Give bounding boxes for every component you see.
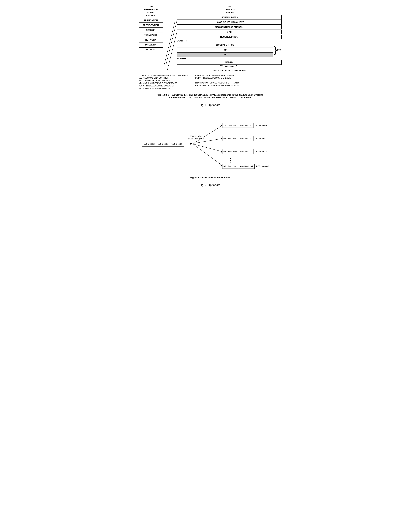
mdi-label: MDI [177,57,181,60]
cgmii-row: CGMII [177,40,282,42]
svg-text:PCS Lane 0: PCS Lane 0 [255,124,267,127]
fig2-title-text: Fig. 2 [199,184,206,187]
fig2-title: Fig. 2 (prior art) [199,182,221,187]
osi-layer-presentation: PRESENTATION [139,23,163,28]
diagonal-area [163,5,177,72]
lan-pma: PMA [177,48,273,52]
osi-column: OSI REFERENCE MODEL LAYERS APPLICATION P… [139,5,163,72]
osi-layers: APPLICATION PRESENTATION SESSION TRANSPO… [139,18,163,52]
osi-layer-application: APPLICATION [139,18,163,23]
svg-line-15 [194,125,222,143]
svg-text:66b Block n-1: 66b Block n-1 [240,165,253,168]
abbrev-er: ER = PMD FOR SINGLE-MODE FIBER — 40 km [195,84,239,87]
svg-text:66b Block 2n-1: 66b Block 2n-1 [223,165,237,168]
phy-brace-group: } PHY [273,43,281,57]
lan-reconciliation: RECONCILIATION [177,35,282,39]
cgmii-arrow [184,41,188,41]
svg-line-1 [166,20,177,66]
svg-marker-20 [221,151,222,153]
lan-header: LAN CSMA/CD LAYERS [177,5,282,14]
svg-text:66b Block n+2: 66b Block n+2 [223,150,237,153]
lan-pcs: 100GBASE-R PCS [177,43,273,47]
svg-text:PCS Lane n-1: PCS Lane n-1 [256,165,269,168]
svg-line-2 [167,32,177,70]
fig1-diagram: OSI REFERENCE MODEL LAYERS APPLICATION P… [139,5,282,72]
svg-line-19 [194,144,222,152]
lan-medium: MEDIUM [177,60,282,65]
svg-text:66b Block n: 66b Block n [225,124,235,127]
fig1-subtitle: (prior art) [209,103,221,107]
svg-text:Round Robin: Round Robin [190,135,202,137]
svg-text:66b Block 2: 66b Block 2 [240,150,251,153]
svg-point-39 [230,158,231,159]
svg-text:66b Block 0: 66b Block 0 [171,143,182,145]
svg-text:66b Block 0: 66b Block 0 [240,124,251,127]
mdi-row: MDI [177,57,282,60]
osi-layer-physical: PHYSICAL [139,47,163,52]
svg-text:66b Block n+1: 66b Block n+1 [223,137,237,140]
fig2-caption: Figure 82–6—PCS Block distribution [190,176,230,179]
lan-higher-layers: HIGHER LAYERS [177,15,282,20]
figure2: 66b Block 2 66b Block 1 66b Block 0 Roun… [139,114,282,192]
svg-point-40 [230,160,231,161]
abbrev-cgmii: CGMII = 100 Gb/s MEDIA INDEPENDENT INTER… [139,74,188,76]
osi-header: OSI REFERENCE MODEL LAYERS [139,5,163,17]
svg-text:66b Block 1: 66b Block 1 [240,137,251,140]
abbrev-right: PMA = PHYSICAL MEDIUM ATTACHMENT PMD = P… [195,74,239,89]
lan-layers: HIGHER LAYERS LLC OR OTHER MAC CLIENT MA… [177,15,282,39]
abbrev-lr: LR = PMD FOR SINGLE-MODE FIBER — 10 km [195,82,239,84]
mdi-arrow [181,58,186,59]
abbrev-pmd: PMD = PHYSICAL MEDIUM DEPENDENT [195,77,239,79]
svg-line-0 [164,20,175,66]
fig2-svg: 66b Block 2 66b Block 1 66b Block 0 Roun… [139,114,282,173]
abbrev-mac: MAC = MEDIA ACCESS CONTROL [139,79,188,82]
abbrev-pma: PMA = PHYSICAL MEDIUM ATTACHMENT [195,74,239,76]
svg-text:66b Block 1: 66b Block 1 [157,143,168,145]
svg-point-41 [230,162,231,163]
abbrev-spacer [195,79,239,81]
phy-inner: 100GBASE-R PCS PMA PMD [177,43,273,57]
fig1-caption: Figure 88–1—100GBASE-LR4 and 100GBASE-ER… [151,94,269,99]
abbreviations: CGMII = 100 Gb/s MEDIA INDEPENDENT INTER… [139,74,282,89]
abbrev-left: CGMII = 100 Gb/s MEDIA INDEPENDENT INTER… [139,74,188,89]
phy-label: PHY [277,49,282,51]
medium-label: 100GBASE-LR4 or 100GBASE-ER4 [177,69,282,72]
lan-mac: MAC [177,30,282,34]
fig2-subtitle: (prior art) [209,184,221,187]
figure1: OSI REFERENCE MODEL LAYERS APPLICATION P… [139,5,282,112]
abbrev-phy: PHY = PHYSICAL LAYER DEVICE [139,87,188,89]
fig1-title-text: Fig. 1 [199,103,206,107]
phy-brace: } [274,45,277,54]
osi-layer-session: SESSION [139,28,163,33]
osi-layer-transport: TRANSPORT [139,33,163,37]
osi-layer-network: NETWORK [139,38,163,42]
abbrev-llc: LLC = LOGICAL LINK CONTROL [139,77,188,79]
lan-llc: LLC OR OTHER MAC CLIENT [177,20,282,25]
abbrev-pcs: PCS = PHYSICAL CODING SUBLAYER [139,85,188,87]
svg-marker-18 [221,138,222,140]
lan-column: LAN CSMA/CD LAYERS HIGHER LAYERS LLC OR … [177,5,282,72]
svg-text:PCS Lane 1: PCS Lane 1 [255,137,267,140]
fig1-title: Fig. 1 (prior art) [199,102,221,107]
curve-bracket [177,65,282,69]
abbrev-mdi: MDI = MEDIUM DEPENDENT INTERFACE [139,82,188,84]
svg-text:PCS Lane 2: PCS Lane 2 [255,150,267,153]
svg-text:Block Distribution: Block Distribution [188,138,204,140]
phy-group: 100GBASE-R PCS PMA PMD } PHY [177,43,282,57]
svg-text:66b Block 2: 66b Block 2 [144,143,155,145]
lan-mac-control: MAC CONTROL (OPTIONAL) [177,25,282,29]
osi-layer-datalink: DATA LINK [139,43,163,47]
svg-line-21 [194,144,222,165]
cgmii-label: CGMII [177,40,183,42]
fig2-diagram: 66b Block 2 66b Block 1 66b Block 0 Roun… [139,114,282,174]
lan-pmd: PMD [177,53,273,57]
